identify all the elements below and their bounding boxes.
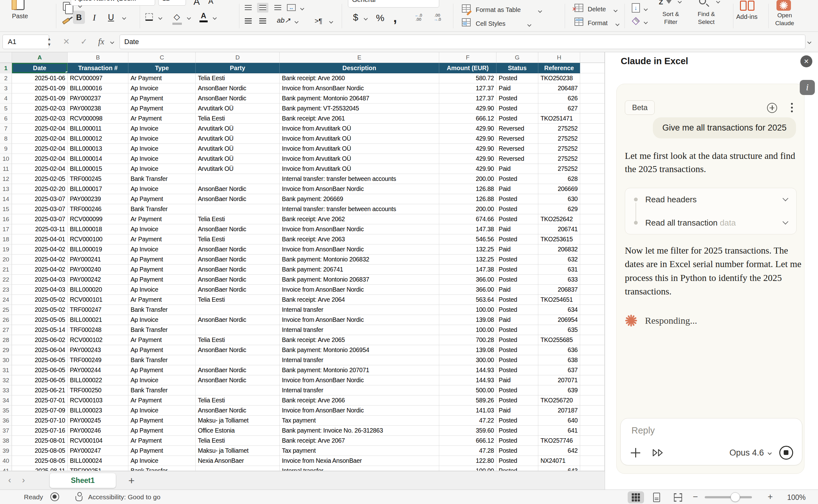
cell[interactable]: TRF000251 [68, 466, 128, 471]
cell[interactable] [580, 204, 605, 214]
header-cell[interactable]: Date [12, 63, 68, 73]
paste-button[interactable]: Paste [12, 13, 28, 20]
cell[interactable]: 200.00 [439, 174, 496, 184]
cell[interactable]: 100.00 [439, 466, 496, 471]
cell[interactable]: Posted [496, 93, 538, 104]
cell[interactable]: Invoice from Arvutitark OÜ [280, 164, 439, 174]
cell[interactable]: 2025-06-21 [12, 385, 68, 395]
cell[interactable] [580, 214, 605, 224]
cell[interactable] [580, 154, 605, 164]
cell[interactable]: Paid [496, 285, 538, 295]
header-cell[interactable]: Type [128, 63, 196, 73]
row-number[interactable]: 36 [0, 416, 12, 426]
cell[interactable]: RCV000097 [68, 73, 128, 83]
cell[interactable]: 700.28 [439, 335, 496, 345]
row-number[interactable]: 31 [0, 365, 12, 375]
cell[interactable]: 127.37 [439, 83, 496, 93]
cell[interactable]: 206487 [538, 83, 580, 93]
cell[interactable]: 207187 [538, 406, 580, 416]
zoom-in-button[interactable]: + [768, 492, 773, 502]
cell[interactable]: RCV000101 [68, 295, 128, 305]
cell[interactable]: Internal transfer [280, 355, 439, 365]
cell[interactable]: 2025-08-11 [12, 466, 68, 471]
cell[interactable] [196, 325, 280, 335]
cell[interactable]: Posted [496, 174, 538, 184]
cell[interactable] [580, 114, 605, 124]
cell[interactable] [580, 456, 605, 466]
cell[interactable]: Invoice from AnsonBaer Nordic [280, 315, 439, 325]
cell[interactable]: PAY000244 [68, 365, 128, 375]
cell[interactable] [580, 375, 605, 385]
cell[interactable] [580, 73, 605, 83]
cell[interactable]: Posted [496, 446, 538, 456]
cell[interactable]: 2025-05-02 [12, 295, 68, 305]
row-number[interactable]: 34 [0, 395, 12, 406]
cell[interactable]: TRF000250 [68, 385, 128, 395]
cell[interactable]: 2025-06-05 [12, 355, 68, 365]
cell[interactable]: 2025-01-06 [12, 73, 68, 83]
cell[interactable]: Bank Transfer [128, 385, 196, 395]
cell[interactable]: Invoice from Arvutitark OÜ [280, 124, 439, 134]
cell[interactable]: Ap Invoice [128, 164, 196, 174]
cell[interactable]: Bank Transfer [128, 466, 196, 471]
cell[interactable]: 2025-02-03 [12, 104, 68, 114]
normal-view-button[interactable] [628, 491, 644, 503]
cell[interactable]: Ar Payment [128, 395, 196, 406]
cell[interactable]: TKO254651 [538, 295, 580, 305]
info-button[interactable]: i [800, 80, 815, 95]
cell[interactable]: Telia Eesti [196, 436, 280, 446]
cell[interactable]: Arvutitark OÜ [196, 164, 280, 174]
find-select-icon[interactable] [699, 0, 706, 4]
cell[interactable]: 635 [538, 325, 580, 335]
cell[interactable]: Internal transfer: transfer between acco… [280, 204, 439, 214]
cell[interactable]: 2025-01-09 [12, 93, 68, 104]
cell[interactable]: 629 [538, 204, 580, 214]
cell[interactable]: AnsonBaer Nordic [196, 345, 280, 355]
cell[interactable]: Invoice from Arvutitark OÜ [280, 134, 439, 144]
cell[interactable]: 2025-04-02 [12, 244, 68, 255]
row-number[interactable]: 33 [0, 385, 12, 395]
cell[interactable] [196, 305, 280, 315]
cell[interactable]: 628 [538, 174, 580, 184]
cell[interactable] [580, 365, 605, 375]
merge-center-icon[interactable]: ↔ [287, 4, 296, 11]
cell[interactable]: 2025-07-10 [12, 416, 68, 426]
format-painter-icon[interactable] [62, 18, 70, 25]
borders-dropdown-icon[interactable] [158, 16, 162, 20]
cell[interactable]: 630 [538, 194, 580, 204]
cell[interactable]: 206837 [538, 285, 580, 295]
align-left-icon[interactable] [245, 5, 252, 10]
cell[interactable]: AnsonBaer Nordic [196, 375, 280, 385]
cell[interactable] [580, 194, 605, 204]
cell[interactable]: 275252 [538, 164, 580, 174]
cell[interactable]: 139.08 [439, 315, 496, 325]
cell[interactable]: Ap Invoice [128, 244, 196, 255]
fx-dropdown-icon[interactable] [110, 40, 114, 44]
row-number[interactable]: 24 [0, 295, 12, 305]
column-header-F[interactable]: F [439, 52, 496, 63]
cell[interactable]: PAY000238 [68, 104, 128, 114]
cell[interactable]: Posted [496, 73, 538, 83]
cell[interactable]: PAY000245 [68, 416, 128, 426]
formula-input[interactable]: Date [120, 35, 805, 49]
cell[interactable]: AnsonBaer Nordic [196, 255, 280, 265]
delete-icon[interactable] [574, 4, 583, 12]
cell[interactable]: Ar Payment [128, 214, 196, 224]
underline-button[interactable]: U [108, 13, 114, 22]
name-box-stepper[interactable]: ▲▼ [47, 36, 51, 48]
cell[interactable]: 132.25 [439, 255, 496, 265]
format-button[interactable]: Format [588, 20, 608, 27]
cell[interactable]: Bank payment: Invoice No. 26-312863 [280, 426, 439, 436]
cell[interactable]: 429.90 [439, 164, 496, 174]
cell[interactable]: Paid [496, 224, 538, 234]
row-number[interactable]: 18 [0, 234, 12, 244]
cell[interactable]: Arvutitark OÜ [196, 154, 280, 164]
sort-filter-icon[interactable]: Z [659, 0, 663, 6]
cell[interactable]: Bank receipt: Arve 2067 [280, 436, 439, 446]
cell[interactable] [580, 234, 605, 244]
cell[interactable]: Posted [496, 295, 538, 305]
cell[interactable] [580, 93, 605, 104]
cell[interactable]: 641 [538, 426, 580, 436]
cell[interactable]: 206669 [538, 184, 580, 194]
cell[interactable]: Posted [496, 305, 538, 315]
